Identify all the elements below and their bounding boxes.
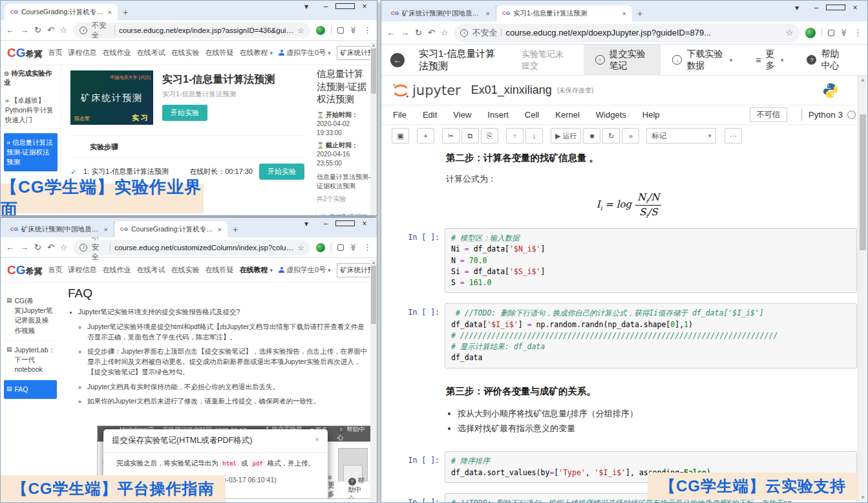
close-button[interactable]: × <box>845 3 865 12</box>
star-icon[interactable]: ☆ <box>786 28 794 37</box>
maximize-button[interactable] <box>335 219 355 228</box>
extensions-chevron-icon[interactable]: ≫ <box>350 27 358 34</box>
scroll-up-icon[interactable]: ▲ <box>370 42 377 48</box>
star-icon[interactable]: ☆ <box>297 26 304 35</box>
nav-home[interactable]: 首页 <box>48 265 63 275</box>
scroll-down-icon[interactable]: ▼ <box>858 493 867 502</box>
minimize-button[interactable]: – <box>316 2 335 11</box>
markdown-cell-step3[interactable]: 第三步：评价各变量与成矿的关系。 按从大到小顺序将找矿信息量Ii排序（分组排序）… <box>446 385 812 436</box>
minimize-button[interactable]: – <box>807 3 826 12</box>
address-input[interactable]: i 不安全 course.educg.net/exp/index.jsp?ass… <box>73 23 310 38</box>
address-input[interactable]: i 不安全 course.educg.net/exp/doexpJupyter.… <box>454 24 799 42</box>
interrupt-kernel-button[interactable]: ■ <box>583 128 600 144</box>
reload-icon[interactable]: ↻ <box>34 25 41 35</box>
tab-coursegrading[interactable]: CG CourseGrading:计算机专业课程 × <box>5 4 118 20</box>
back-circle-button[interactable]: ← <box>390 53 405 67</box>
add-cell-button[interactable]: + <box>417 128 434 144</box>
bookmark-star-icon[interactable]: ☆ <box>441 28 449 37</box>
info-icon[interactable]: i <box>79 244 87 252</box>
submit-notes-button[interactable]: ↑提交实验笔记 <box>584 45 661 76</box>
nav-homework[interactable]: 在线作业 <box>103 48 131 58</box>
chrome-menu-caret-icon[interactable]: ▾ <box>297 219 316 228</box>
tab-course-home[interactable]: CG 矿床统计预测(中国地质大学) (武 × <box>385 5 496 21</box>
undo-icon[interactable]: ↶ <box>47 25 54 35</box>
menu-help[interactable]: Help <box>642 110 660 120</box>
jupyter-wordmark[interactable]: jupyter <box>412 83 461 98</box>
tab-course-home[interactable]: CG 矿床统计预测(中国地质大学) (武 × <box>5 221 114 237</box>
back-icon[interactable]: ← <box>6 25 14 35</box>
nav-tutorial[interactable]: 在线教程 ▾ <box>240 48 273 58</box>
scroll-thumb[interactable] <box>371 48 376 94</box>
info-icon[interactable]: i <box>79 27 87 34</box>
new-tab-button[interactable]: + <box>233 224 238 235</box>
menu-kernel[interactable]: Kernel <box>555 110 580 120</box>
user-menu[interactable]: 虚拟学生0号 ▾ <box>279 265 331 275</box>
sidebar-item-jupyterlab[interactable]: ▤JupyterLab：下一代notebook <box>4 341 57 380</box>
nav-qa[interactable]: 在线答疑 <box>206 48 234 58</box>
paste-cell-button[interactable]: ⎘ <box>481 128 498 144</box>
more-button[interactable]: ≡更多▾ <box>744 45 795 76</box>
chrome-menu-caret-icon[interactable]: ▾ <box>297 2 316 11</box>
tab-close-icon[interactable]: × <box>104 226 108 233</box>
scroll-up-icon[interactable]: ▲ <box>858 76 867 85</box>
nav-qa[interactable]: 在线答疑 <box>206 265 234 275</box>
nav-experiment[interactable]: 在线实验 <box>171 265 200 275</box>
extension-crop-icon[interactable] <box>337 242 344 253</box>
scroll-up-icon[interactable]: ▲ <box>370 259 377 266</box>
menu-insert[interactable]: Insert <box>487 110 509 120</box>
save-button[interactable]: ▣ <box>392 128 409 144</box>
cell-code[interactable]: # //TODO: 删除下行语句，换成你自己的计算公式，获得Ii值存储于 df_… <box>445 303 857 368</box>
kebab-menu-icon[interactable]: ⋮ <box>363 25 372 35</box>
menu-widgets[interactable]: Widgets <box>596 110 626 120</box>
close-button[interactable]: × <box>355 219 374 228</box>
nav-experiment[interactable]: 在线实验 <box>171 48 200 58</box>
undo-icon[interactable]: ↶ <box>428 28 435 37</box>
nav-tutorial[interactable]: 在线教程 ▾ <box>240 265 273 275</box>
kebab-menu-icon[interactable]: ⋮ <box>854 28 862 37</box>
cg-logo[interactable]: CG希冀 <box>7 47 43 59</box>
kebab-menu-icon[interactable]: ⋮ <box>363 242 372 252</box>
menu-view[interactable]: View <box>453 110 471 120</box>
tab-close-icon[interactable]: × <box>486 10 490 17</box>
markdown-cell-step2[interactable]: 第二步：计算各变量的找矿信息量 。 计算公式为： Ii = logNi/NSi/… <box>446 152 812 219</box>
run-cell-button[interactable]: ▶运行 <box>551 128 581 144</box>
info-icon[interactable]: i <box>460 29 468 37</box>
new-tab-button[interactable]: + <box>123 7 128 17</box>
dialog-close-icon[interactable]: × <box>315 435 319 446</box>
scrollbar[interactable]: ▲ <box>370 259 377 502</box>
bookmark-star-icon[interactable]: ☆ <box>60 25 68 35</box>
nav-exam[interactable]: 在线考试 <box>137 265 165 275</box>
tab-close-icon[interactable]: × <box>108 8 112 16</box>
extension-globe-icon[interactable] <box>316 243 325 252</box>
sidebar-item-python-course[interactable]: » 【卓越班】Python科学计算快速入门 <box>4 92 58 129</box>
new-tab-button[interactable]: + <box>637 8 642 19</box>
extensions-chevron-icon[interactable]: ≫ <box>840 29 849 37</box>
address-input[interactable]: i 不安全 course.educg.net/customizedColumn/… <box>73 240 310 255</box>
restart-kernel-button[interactable]: ↻ <box>602 128 620 144</box>
step-label[interactable]: 1. 实习1-信息量计算法预测 <box>83 167 169 177</box>
maximize-button[interactable] <box>335 2 355 11</box>
scrollbar[interactable]: ▲ ▼ <box>858 76 867 502</box>
start-experiment-button[interactable]: 开始实验 <box>259 164 304 180</box>
notebook-name[interactable]: Ex01_xinxiliang <box>471 83 552 97</box>
back-icon[interactable]: ← <box>6 242 14 252</box>
cut-cell-button[interactable]: ✂ <box>442 128 460 144</box>
star-icon[interactable]: ☆ <box>297 243 304 252</box>
tab-close-icon[interactable]: × <box>622 10 626 17</box>
user-menu[interactable]: 虚拟学生0号 ▾ <box>279 48 331 58</box>
nav-home[interactable]: 首页 <box>48 48 63 58</box>
tab-experiment[interactable]: CG 实习1-信息量计算法预测 × <box>496 5 632 21</box>
scrollbar[interactable]: ▲ <box>370 42 377 215</box>
copy-cell-button[interactable]: ⧉ <box>461 128 479 144</box>
experiment-link-2[interactable]: 1实习2-证据权法预测 <box>317 208 372 216</box>
download-data-button[interactable]: ↓下载实验数据▾ <box>661 45 744 76</box>
menu-edit[interactable]: Edit <box>423 110 437 120</box>
extension-crop-icon[interactable] <box>337 25 344 36</box>
move-up-button[interactable]: ↑ <box>506 128 524 144</box>
sidebar-item-faq[interactable]: ▤FAQ <box>4 380 57 399</box>
extensions-chevron-icon[interactable]: ≫ <box>350 244 358 252</box>
command-palette-button[interactable]: ⋯ <box>725 128 742 144</box>
tab-close-icon[interactable]: × <box>218 226 222 233</box>
code-cell-input-data[interactable]: In [ ]: # 模型区：输入数据Ni = df_data['$N_i$']N… <box>388 228 857 293</box>
forward-icon[interactable]: → <box>20 25 28 35</box>
